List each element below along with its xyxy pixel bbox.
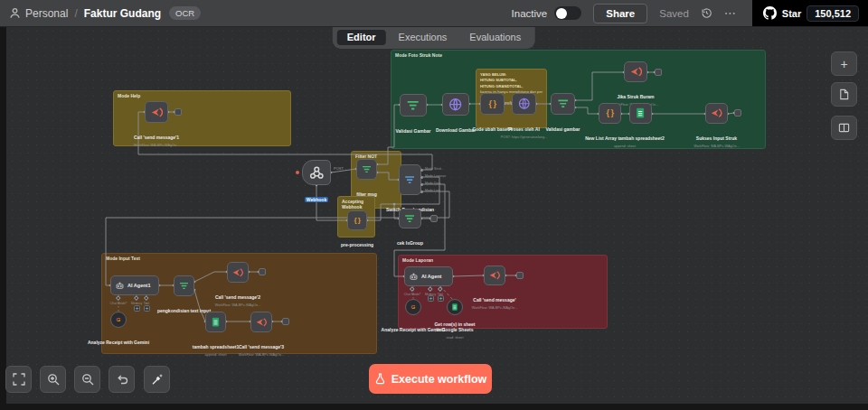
node-cek-isgroup[interactable]: [399, 209, 421, 228]
zoom-out-button[interactable]: [74, 366, 100, 393]
sheets-icon: [634, 107, 646, 119]
globe-icon: [448, 98, 463, 110]
node-pre-processing[interactable]: { }: [347, 210, 367, 230]
tab-evaluations[interactable]: Evaluations: [459, 30, 531, 45]
node-pengkondisian-text-input[interactable]: [174, 275, 194, 296]
sticky-note-title: Mode Foto Struk Note: [395, 52, 763, 58]
share-button[interactable]: Share: [593, 4, 647, 23]
top-bar: Personal / Faktur Gudang OCR Inactive Sh…: [0, 0, 868, 27]
tab-editor[interactable]: Editor: [337, 30, 386, 45]
node-label-call-send-message-2: Call 'send message'2WorkFlow: WA-BPv-WAg…: [202, 285, 274, 308]
collapsed-node[interactable]: [734, 109, 741, 116]
subport-diamond: [438, 286, 442, 291]
node-new-list-array[interactable]: { }: [599, 103, 621, 124]
output-port-label: Mode Data: [425, 182, 441, 185]
add-subnode-button[interactable]: +: [438, 295, 444, 302]
node-proses-oleh-ai[interactable]: [512, 93, 536, 115]
output-port[interactable]: [420, 191, 423, 193]
tab-executions[interactable]: Executions: [389, 30, 458, 45]
add-subnode-button[interactable]: +: [134, 305, 140, 312]
send-icon: [150, 106, 164, 118]
node-label-cek-isgroup: cek IsGroup: [374, 231, 447, 248]
filter-green-icon: [178, 280, 190, 292]
node-validasi-gambar[interactable]: [400, 94, 427, 116]
history-icon[interactable]: [701, 7, 712, 19]
send-icon: [255, 316, 268, 328]
google-icon: G: [114, 315, 123, 324]
svg-text:G: G: [117, 316, 121, 322]
node-label-sukses-input-struk: Sukses Input StrukWorkFlow: WA-BPv-WAgOe…: [681, 126, 753, 149]
node-ai-agent-1[interactable]: AI Agent1: [110, 275, 159, 295]
connection-method-label: POST: [334, 166, 344, 171]
node-validasi-gambar-2[interactable]: [551, 93, 575, 115]
fit-view-button[interactable]: [5, 366, 32, 393]
execute-workflow-button[interactable]: Execute workflow: [369, 364, 492, 394]
view-tabs: Editor Executions Evaluations: [333, 27, 535, 49]
node-download-gambar[interactable]: [442, 93, 469, 116]
breadcrumb-owner[interactable]: Personal: [25, 7, 68, 20]
collapsed-node[interactable]: [282, 318, 289, 325]
code-icon: { }: [352, 215, 363, 226]
node-label-call-send-message: Call 'send message'WorkFlow: WA-BPv-WAgO…: [458, 288, 531, 311]
node-call-send-message-1[interactable]: [145, 101, 168, 123]
toggle-knob: [556, 8, 567, 19]
webhook-icon: [308, 165, 326, 180]
activation-toggle[interactable]: [554, 6, 581, 20]
node-analyze-receipt-gemini-1[interactable]: G: [405, 299, 421, 315]
collapsed-node[interactable]: [259, 268, 266, 275]
robot-icon: [115, 281, 125, 291]
subport-diamond: [410, 286, 415, 291]
filter-green-icon: [556, 98, 571, 110]
node-label-new-list-array: New List Array tambah spreadsheet2append…: [580, 126, 670, 149]
toggle-panel-button[interactable]: [831, 116, 857, 140]
workflow-canvas[interactable]: Mode HelpMode Foto Struk NoteYANG BELUM:…: [0, 27, 868, 410]
add-subnode-button[interactable]: +: [428, 295, 434, 302]
node-call-send-message-2[interactable]: [227, 262, 249, 283]
node-title: AI Agent1: [127, 283, 150, 288]
node-call-send-message[interactable]: [484, 266, 505, 285]
node-switch-pengkondisian[interactable]: [399, 164, 421, 195]
workflow-tag[interactable]: OCR: [169, 6, 201, 20]
robot-icon: [409, 272, 419, 282]
filter-green-icon: [403, 213, 416, 224]
switch-blue-icon: [403, 171, 416, 189]
node-tambah-spreadsheet-2[interactable]: [629, 103, 652, 124]
node-ai-agent[interactable]: AI Agent: [404, 266, 453, 286]
collapsed-node[interactable]: [655, 69, 662, 76]
collapsed-node[interactable]: [175, 108, 182, 116]
node-label-get-rows-sheet: Get row(s) in sheet in Google Sheetsread…: [431, 318, 478, 340]
sticky-note-title: Mode Laporan: [402, 257, 605, 263]
workflow-title[interactable]: Faktur Gudang: [84, 7, 161, 20]
output-port[interactable]: [420, 169, 423, 172]
node-code-ubah-base64[interactable]: { }: [480, 93, 505, 115]
zoom-in-button[interactable]: [40, 366, 66, 393]
tidy-up-button[interactable]: [144, 366, 170, 393]
node-label-call-send-message-1: Call 'send message'1WorkFlow: WA-BPv-WAg…: [120, 126, 193, 148]
add-subnode-button[interactable]: +: [144, 305, 150, 312]
node-sukses-input-struk[interactable]: [705, 103, 728, 124]
activation-status-label: Inactive: [512, 8, 548, 19]
output-port[interactable]: [420, 183, 423, 186]
node-jika-struk-buram[interactable]: [624, 61, 647, 82]
github-star-count[interactable]: 150,512: [807, 5, 859, 22]
collapsed-node[interactable]: [516, 272, 524, 279]
output-port[interactable]: [420, 176, 423, 179]
output-port-label: Mode Lain: [425, 189, 440, 192]
node-tambah-spreadsheet-1[interactable]: [205, 312, 226, 332]
more-menu-icon[interactable]: ⋯: [724, 6, 737, 20]
webhook-issue-dot: [296, 171, 299, 174]
node-analyze-receipt-gemini[interactable]: G: [110, 312, 127, 328]
new-sticky-note-button[interactable]: [831, 82, 857, 107]
sheets-icon: [210, 316, 222, 328]
add-node-button[interactable]: +: [831, 51, 857, 76]
github-star-label[interactable]: Star: [782, 8, 801, 19]
node-call-send-message-3[interactable]: [250, 312, 272, 332]
sticky-note-title: Mode Help: [118, 93, 288, 98]
node-webhook[interactable]: [302, 160, 331, 185]
github-star-widget[interactable]: Star 150,512: [752, 0, 868, 26]
node-filter-msg[interactable]: [356, 159, 377, 180]
globe-icon: [517, 98, 532, 110]
undo-button[interactable]: [108, 366, 135, 393]
collapsed-node[interactable]: [430, 215, 438, 222]
send-icon: [629, 66, 643, 78]
